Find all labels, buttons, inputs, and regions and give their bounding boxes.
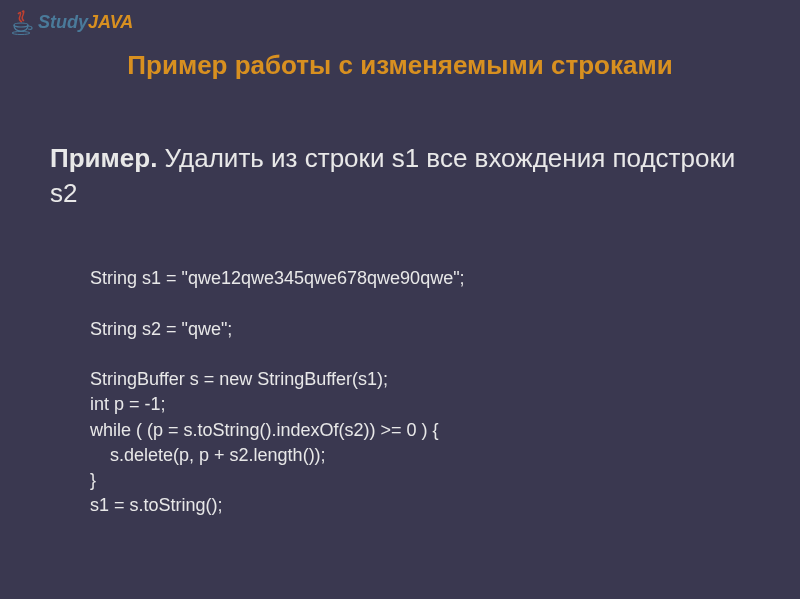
code-line: int p = -1; [90, 394, 166, 414]
logo-text: StudyJAVA [38, 12, 133, 33]
java-cup-icon [10, 8, 34, 36]
logo: StudyJAVA [10, 8, 133, 36]
logo-java-text: JAVA [88, 12, 133, 32]
slide-description: Пример. Удалить из строки s1 все вхожден… [0, 81, 800, 211]
code-line: String s2 = "qwe"; [90, 319, 232, 339]
code-line: while ( (p = s.toString().indexOf(s2)) >… [90, 420, 439, 440]
svg-point-0 [14, 23, 28, 27]
code-line: s.delete(p, p + s2.length()); [90, 445, 326, 465]
svg-point-1 [12, 32, 30, 35]
description-bold: Пример. [50, 143, 157, 173]
code-line: s1 = s.toString(); [90, 495, 223, 515]
code-line: String s1 = "qwe12qwe345qwe678qwe90qwe"; [90, 268, 465, 288]
code-block: String s1 = "qwe12qwe345qwe678qwe90qwe";… [0, 211, 800, 518]
logo-study-text: Study [38, 12, 88, 32]
code-line: StringBuffer s = new StringBuffer(s1); [90, 369, 388, 389]
code-line: } [90, 470, 96, 490]
